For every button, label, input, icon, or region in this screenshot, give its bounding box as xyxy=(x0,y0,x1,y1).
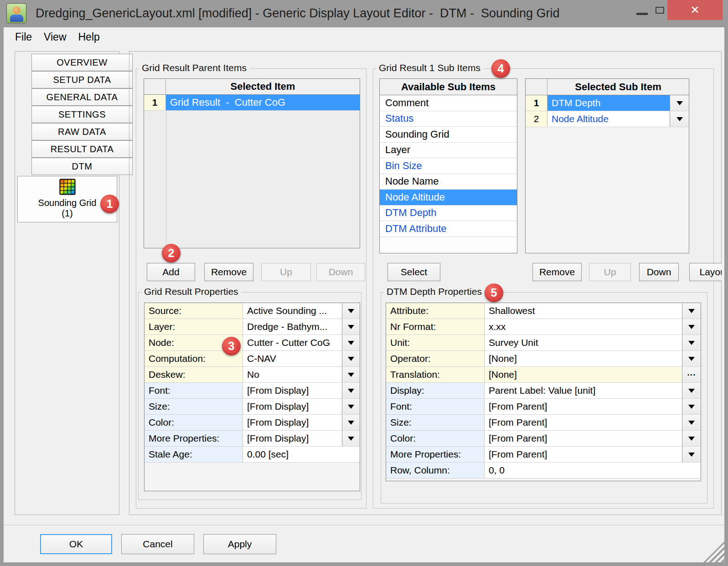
sidebar-item-dtm[interactable]: DTM xyxy=(31,158,133,175)
color-parent-value[interactable]: [From Parent] xyxy=(485,431,682,446)
sidebar-item-raw-data[interactable]: RAW DATA xyxy=(31,123,133,140)
property-row-color: Color: [From Display] xyxy=(145,415,360,431)
apply-button[interactable]: Apply xyxy=(203,534,276,554)
source-value[interactable]: Active Sounding ... xyxy=(243,303,342,319)
up-parent-button[interactable]: Up xyxy=(261,263,311,281)
property-row-more-properties: More Properties: [From Display] xyxy=(145,431,360,447)
translation-value[interactable]: [None] xyxy=(485,367,682,382)
list-item-layer[interactable]: Layer xyxy=(380,143,517,159)
selected-sub-item-empty xyxy=(526,127,689,253)
sidebar-item-general-data[interactable]: GENERAL DATA xyxy=(31,88,133,106)
font-value[interactable]: [From Display] xyxy=(243,383,342,398)
unit-value[interactable]: Survey Unit xyxy=(485,335,682,350)
menu-help[interactable]: Help xyxy=(72,27,106,46)
chevron-down-icon xyxy=(688,357,695,361)
computation-dropdown-button[interactable] xyxy=(342,351,360,366)
app-icon xyxy=(6,3,26,23)
attribute-dropdown-button[interactable] xyxy=(682,303,701,319)
operator-dropdown-button[interactable] xyxy=(682,351,701,366)
remove-parent-button[interactable]: Remove xyxy=(204,263,253,281)
available-sub-items-list: Available Sub Items Comment Status Sound… xyxy=(379,78,517,253)
list-item-sounding-grid[interactable]: Sounding Grid xyxy=(380,127,517,143)
operator-value[interactable]: [None] xyxy=(485,351,682,366)
deskew-value[interactable]: No xyxy=(243,367,342,382)
size-parent-value[interactable]: [From Parent] xyxy=(485,415,682,430)
display-value[interactable]: Parent Label: Value [unit] xyxy=(485,383,682,398)
sub-item-dropdown-button[interactable] xyxy=(670,95,689,111)
sidebar-item-settings[interactable]: SETTINGS xyxy=(31,106,133,123)
layer-value[interactable]: Dredge - Bathym... xyxy=(243,319,342,334)
list-item-dtm-attribute[interactable]: DTM Attribute xyxy=(380,221,517,237)
property-row-display: Display: Parent Label: Value [unit] xyxy=(386,383,701,399)
remove-sub-button[interactable]: Remove xyxy=(532,263,582,281)
maximize-button[interactable] xyxy=(656,7,664,14)
stale-age-value[interactable]: 0.00 [sec] xyxy=(243,447,360,462)
more-properties-dropdown-button[interactable] xyxy=(342,431,360,446)
size-parent-dropdown-button[interactable] xyxy=(682,415,701,430)
size-dropdown-button[interactable] xyxy=(342,399,360,414)
property-row-node: Node: Cutter - Cutter CoG xyxy=(145,335,360,351)
chevron-down-icon xyxy=(688,421,695,425)
color-dropdown-button[interactable] xyxy=(342,415,360,430)
up-sub-button[interactable]: Up xyxy=(589,263,631,281)
property-label: Nr Format: xyxy=(386,319,485,334)
computation-value[interactable]: C-NAV xyxy=(243,351,342,366)
parent-item-value[interactable]: Grid Result - Cutter CoG xyxy=(166,95,360,110)
list-item-comment[interactable]: Comment xyxy=(380,95,517,111)
size-value[interactable]: [From Display] xyxy=(243,399,342,414)
minimize-button[interactable] xyxy=(636,13,648,15)
add-button[interactable]: Add xyxy=(147,263,195,281)
list-item-node-name[interactable]: Node Name xyxy=(380,174,517,190)
row-index: 2 xyxy=(526,111,547,127)
unit-dropdown-button[interactable] xyxy=(682,335,701,350)
more-properties-parent-dropdown-button[interactable] xyxy=(682,447,701,462)
list-item-bin-size[interactable]: Bin Size xyxy=(380,158,517,174)
layer-dropdown-button[interactable] xyxy=(342,319,360,334)
list-item-node-altitude[interactable]: Node Altitude xyxy=(380,190,517,206)
layout-button[interactable]: Layout xyxy=(689,263,722,281)
sidebar-item-result-data[interactable]: RESULT DATA xyxy=(31,140,133,158)
node-dropdown-button[interactable] xyxy=(342,335,360,350)
font-parent-value[interactable]: [From Parent] xyxy=(485,399,682,414)
property-label: Font: xyxy=(145,383,243,398)
cancel-button[interactable]: Cancel xyxy=(121,534,194,554)
sub-item-dropdown-button[interactable] xyxy=(670,111,689,127)
nr-format-value[interactable]: x.xx xyxy=(485,319,682,334)
deskew-dropdown-button[interactable] xyxy=(342,367,360,382)
display-dropdown-button[interactable] xyxy=(682,383,701,398)
selected-sub-item-value[interactable]: DTM Depth xyxy=(547,95,670,111)
nr-format-dropdown-button[interactable] xyxy=(682,319,701,334)
color-value[interactable]: [From Display] xyxy=(243,415,342,430)
font-parent-dropdown-button[interactable] xyxy=(682,399,701,414)
down-parent-button[interactable]: Down xyxy=(316,263,365,281)
sidebar-item-overview[interactable]: OVERVIEW xyxy=(31,54,133,71)
property-label: Stale Age: xyxy=(145,447,243,462)
source-dropdown-button[interactable] xyxy=(342,303,360,319)
font-dropdown-button[interactable] xyxy=(342,383,360,398)
ok-button[interactable]: OK xyxy=(40,534,112,554)
selected-sub-item-value[interactable]: Node Altitude xyxy=(547,111,670,127)
node-value[interactable]: Cutter - Cutter CoG xyxy=(243,335,342,350)
menu-view[interactable]: View xyxy=(38,27,72,46)
row-index: 1 xyxy=(526,95,547,111)
property-row-source: Source: Active Sounding ... xyxy=(145,303,360,319)
table-row[interactable]: 2 Node Altitude xyxy=(526,111,689,127)
row-column-value[interactable]: 0, 0 xyxy=(485,463,701,478)
grid-result-properties-empty xyxy=(145,463,360,491)
property-row-font: Font: [From Display] xyxy=(145,383,360,399)
property-label: More Properties: xyxy=(386,447,485,462)
attribute-value[interactable]: Shallowest xyxy=(485,303,682,319)
color-parent-dropdown-button[interactable] xyxy=(682,431,701,446)
sidebar-item-setup-data[interactable]: SETUP DATA xyxy=(31,71,133,88)
more-properties-parent-value[interactable]: [From Parent] xyxy=(485,447,682,462)
list-item-dtm-depth[interactable]: DTM Depth xyxy=(380,206,517,221)
select-button[interactable]: Select xyxy=(387,263,440,281)
down-sub-button[interactable]: Down xyxy=(639,263,679,281)
menu-file[interactable]: File xyxy=(9,27,38,46)
more-properties-value[interactable]: [From Display] xyxy=(243,431,342,446)
list-item-status[interactable]: Status xyxy=(380,111,517,127)
close-button[interactable]: ✕ xyxy=(667,0,723,20)
translation-ellipsis-button[interactable]: ... xyxy=(682,367,701,382)
table-row[interactable]: 1 DTM Depth xyxy=(526,95,689,111)
table-row[interactable]: 1 Grid Result - Cutter CoG xyxy=(144,95,360,111)
